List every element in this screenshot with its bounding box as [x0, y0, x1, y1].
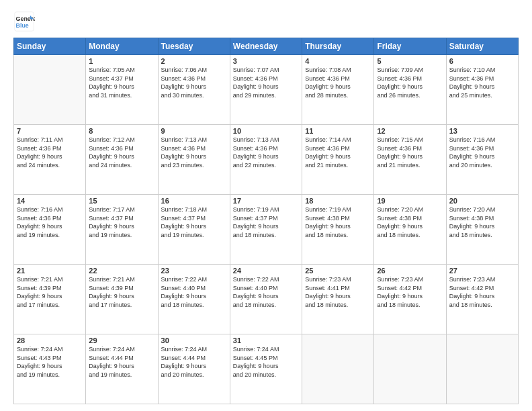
- calendar-cell: 4Sunrise: 7:08 AM Sunset: 4:36 PM Daylig…: [302, 55, 374, 125]
- calendar-cell: [14, 55, 86, 125]
- day-info: Sunrise: 7:15 AM Sunset: 4:36 PM Dayligh…: [377, 136, 443, 169]
- day-info: Sunrise: 7:12 AM Sunset: 4:36 PM Dayligh…: [89, 136, 154, 169]
- calendar-cell: 6Sunrise: 7:10 AM Sunset: 4:36 PM Daylig…: [446, 55, 518, 125]
- calendar-cell: 2Sunrise: 7:06 AM Sunset: 4:36 PM Daylig…: [158, 55, 230, 125]
- day-number: 22: [89, 267, 154, 275]
- calendar-cell: 16Sunrise: 7:18 AM Sunset: 4:37 PM Dayli…: [158, 195, 230, 265]
- calendar-header-row: SundayMondayTuesdayWednesdayThursdayFrid…: [14, 38, 519, 55]
- day-number: 1: [89, 57, 154, 65]
- day-number: 21: [17, 267, 83, 275]
- day-number: 10: [233, 127, 299, 135]
- calendar-cell: 15Sunrise: 7:17 AM Sunset: 4:37 PM Dayli…: [86, 195, 158, 265]
- day-info: Sunrise: 7:08 AM Sunset: 4:36 PM Dayligh…: [305, 66, 371, 99]
- day-number: 9: [161, 127, 227, 135]
- day-info: Sunrise: 7:24 AM Sunset: 4:43 PM Dayligh…: [17, 345, 83, 379]
- day-number: 4: [305, 57, 371, 65]
- calendar-week-0: 1Sunrise: 7:05 AM Sunset: 4:37 PM Daylig…: [14, 55, 519, 125]
- day-info: Sunrise: 7:21 AM Sunset: 4:39 PM Dayligh…: [89, 275, 154, 309]
- calendar-header-thursday: Thursday: [302, 38, 374, 55]
- day-number: 27: [449, 267, 515, 275]
- calendar-cell: 7Sunrise: 7:11 AM Sunset: 4:36 PM Daylig…: [14, 125, 86, 195]
- day-info: Sunrise: 7:23 AM Sunset: 4:41 PM Dayligh…: [305, 275, 371, 309]
- day-info: Sunrise: 7:21 AM Sunset: 4:39 PM Dayligh…: [17, 275, 83, 309]
- calendar-cell: 25Sunrise: 7:23 AM Sunset: 4:41 PM Dayli…: [302, 265, 374, 334]
- logo: General Blue: [13, 11, 35, 32]
- calendar-table: SundayMondayTuesdayWednesdayThursdayFrid…: [13, 38, 519, 404]
- day-info: Sunrise: 7:20 AM Sunset: 4:38 PM Dayligh…: [449, 205, 515, 239]
- calendar-cell: 23Sunrise: 7:22 AM Sunset: 4:40 PM Dayli…: [158, 265, 230, 334]
- calendar-cell: 26Sunrise: 7:23 AM Sunset: 4:42 PM Dayli…: [374, 265, 446, 334]
- day-number: 12: [377, 127, 443, 135]
- day-info: Sunrise: 7:23 AM Sunset: 4:42 PM Dayligh…: [449, 275, 515, 309]
- calendar-cell: [302, 334, 374, 404]
- day-number: 13: [449, 127, 515, 135]
- day-number: 15: [89, 197, 154, 205]
- day-number: 23: [161, 267, 227, 275]
- calendar-header-sunday: Sunday: [14, 38, 86, 55]
- calendar-header-wednesday: Wednesday: [230, 38, 302, 55]
- day-info: Sunrise: 7:07 AM Sunset: 4:36 PM Dayligh…: [233, 66, 299, 99]
- calendar-week-4: 28Sunrise: 7:24 AM Sunset: 4:43 PM Dayli…: [14, 334, 519, 404]
- day-info: Sunrise: 7:05 AM Sunset: 4:37 PM Dayligh…: [89, 66, 154, 99]
- calendar-cell: [374, 334, 446, 404]
- calendar-cell: 27Sunrise: 7:23 AM Sunset: 4:42 PM Dayli…: [446, 265, 518, 334]
- day-number: 5: [377, 57, 443, 65]
- day-info: Sunrise: 7:06 AM Sunset: 4:36 PM Dayligh…: [161, 66, 227, 99]
- day-info: Sunrise: 7:24 AM Sunset: 4:44 PM Dayligh…: [89, 345, 154, 379]
- calendar-cell: 11Sunrise: 7:14 AM Sunset: 4:36 PM Dayli…: [302, 125, 374, 195]
- day-info: Sunrise: 7:22 AM Sunset: 4:40 PM Dayligh…: [161, 275, 227, 309]
- calendar-cell: 24Sunrise: 7:22 AM Sunset: 4:40 PM Dayli…: [230, 265, 302, 334]
- day-number: 7: [17, 127, 83, 135]
- day-number: 29: [89, 336, 154, 345]
- day-number: 2: [161, 57, 227, 65]
- day-number: 19: [377, 197, 443, 205]
- day-number: 8: [89, 127, 154, 135]
- calendar-cell: 28Sunrise: 7:24 AM Sunset: 4:43 PM Dayli…: [14, 334, 86, 404]
- calendar-cell: [446, 334, 518, 404]
- day-info: Sunrise: 7:16 AM Sunset: 4:36 PM Dayligh…: [17, 205, 83, 239]
- calendar-cell: 30Sunrise: 7:24 AM Sunset: 4:44 PM Dayli…: [158, 334, 230, 404]
- day-number: 17: [233, 197, 299, 205]
- calendar-header-friday: Friday: [374, 38, 446, 55]
- calendar-header-monday: Monday: [86, 38, 158, 55]
- calendar-week-1: 7Sunrise: 7:11 AM Sunset: 4:36 PM Daylig…: [14, 125, 519, 195]
- page: General Blue SundayMondayTuesdayWednesda…: [0, 0, 532, 411]
- day-number: 14: [17, 197, 83, 205]
- day-number: 24: [233, 267, 299, 275]
- day-info: Sunrise: 7:23 AM Sunset: 4:42 PM Dayligh…: [377, 275, 443, 309]
- day-number: 18: [305, 197, 371, 205]
- day-info: Sunrise: 7:09 AM Sunset: 4:36 PM Dayligh…: [377, 66, 443, 99]
- calendar-week-2: 14Sunrise: 7:16 AM Sunset: 4:36 PM Dayli…: [14, 195, 519, 265]
- day-info: Sunrise: 7:17 AM Sunset: 4:37 PM Dayligh…: [89, 205, 154, 239]
- calendar-cell: 12Sunrise: 7:15 AM Sunset: 4:36 PM Dayli…: [374, 125, 446, 195]
- day-info: Sunrise: 7:16 AM Sunset: 4:36 PM Dayligh…: [449, 136, 515, 169]
- calendar-cell: 22Sunrise: 7:21 AM Sunset: 4:39 PM Dayli…: [86, 265, 158, 334]
- calendar-cell: 10Sunrise: 7:13 AM Sunset: 4:36 PM Dayli…: [230, 125, 302, 195]
- logo-icon: General Blue: [13, 11, 35, 32]
- calendar-cell: 13Sunrise: 7:16 AM Sunset: 4:36 PM Dayli…: [446, 125, 518, 195]
- day-info: Sunrise: 7:13 AM Sunset: 4:36 PM Dayligh…: [161, 136, 227, 169]
- calendar-cell: 3Sunrise: 7:07 AM Sunset: 4:36 PM Daylig…: [230, 55, 302, 125]
- day-number: 30: [161, 336, 227, 345]
- calendar-cell: 31Sunrise: 7:24 AM Sunset: 4:45 PM Dayli…: [230, 334, 302, 404]
- day-info: Sunrise: 7:19 AM Sunset: 4:38 PM Dayligh…: [305, 205, 371, 239]
- calendar-header-saturday: Saturday: [446, 38, 518, 55]
- calendar-cell: 21Sunrise: 7:21 AM Sunset: 4:39 PM Dayli…: [14, 265, 86, 334]
- day-number: 16: [161, 197, 227, 205]
- day-info: Sunrise: 7:18 AM Sunset: 4:37 PM Dayligh…: [161, 205, 227, 239]
- svg-text:Blue: Blue: [16, 22, 29, 29]
- calendar-cell: 17Sunrise: 7:19 AM Sunset: 4:37 PM Dayli…: [230, 195, 302, 265]
- calendar-cell: 20Sunrise: 7:20 AM Sunset: 4:38 PM Dayli…: [446, 195, 518, 265]
- day-number: 28: [17, 336, 83, 345]
- calendar-week-3: 21Sunrise: 7:21 AM Sunset: 4:39 PM Dayli…: [14, 265, 519, 334]
- day-number: 26: [377, 267, 443, 275]
- calendar-cell: 18Sunrise: 7:19 AM Sunset: 4:38 PM Dayli…: [302, 195, 374, 265]
- day-info: Sunrise: 7:13 AM Sunset: 4:36 PM Dayligh…: [233, 136, 299, 169]
- day-info: Sunrise: 7:14 AM Sunset: 4:36 PM Dayligh…: [305, 136, 371, 169]
- calendar-cell: 9Sunrise: 7:13 AM Sunset: 4:36 PM Daylig…: [158, 125, 230, 195]
- day-info: Sunrise: 7:24 AM Sunset: 4:44 PM Dayligh…: [161, 345, 227, 379]
- day-info: Sunrise: 7:10 AM Sunset: 4:36 PM Dayligh…: [449, 66, 515, 99]
- day-number: 31: [233, 336, 299, 345]
- calendar-cell: 8Sunrise: 7:12 AM Sunset: 4:36 PM Daylig…: [86, 125, 158, 195]
- calendar-cell: 19Sunrise: 7:20 AM Sunset: 4:38 PM Dayli…: [374, 195, 446, 265]
